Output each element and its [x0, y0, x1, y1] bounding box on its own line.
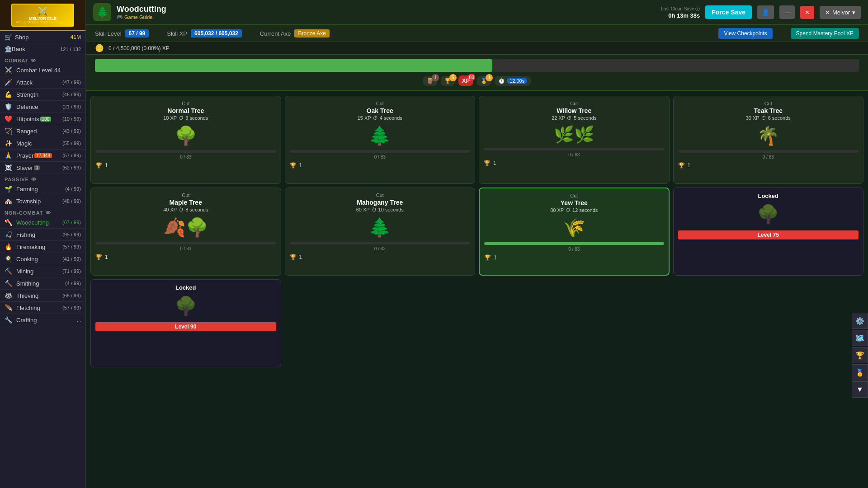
tree-card-locked-90[interactable]: Locked 🌳 Level 90 [90, 279, 281, 367]
yew-tree-action: Cut [570, 193, 578, 198]
activity-icon-trophy[interactable]: 🏆 5 [441, 76, 455, 86]
woodcutting-icon: 🪓 [5, 219, 14, 226]
tree-card-normal[interactable]: Cut Normal Tree 10 XP ⏱ 3 seconds 🌳 0 / … [90, 96, 281, 184]
tree-card-locked-75[interactable]: Locked 🌳 Level 75 [673, 188, 864, 276]
collapse-icon[interactable]: ▼ [852, 381, 868, 398]
oak-xp: 15 XP [358, 115, 371, 121]
sidebar-item-shop[interactable]: 🛒 Shop 41M [0, 31, 85, 43]
sidebar-item-bank[interactable]: 🏦 Bank 121 / 132 [0, 43, 85, 55]
prayer-level: (57 / 99) [62, 153, 81, 158]
sidebar-item-cooking[interactable]: 🍳 Cooking (41 / 99) [0, 253, 85, 265]
sidebar-item-hitpoints[interactable]: ❤️ Hitpoints 100 (10 / 99) [0, 113, 85, 125]
achievements-icon[interactable]: 🏆 [852, 347, 868, 363]
sidebar-item-strength[interactable]: 💪 Strength (46 / 99) [0, 89, 85, 101]
prayer-icon: 🙏 [5, 152, 14, 159]
sidebar-item-thieving[interactable]: 🦝 Thieving (68 / 99) [0, 290, 85, 302]
section-passive: PASSIVE 👁 [0, 174, 85, 183]
ranged-level: (43 / 99) [62, 128, 81, 134]
topbar: 🌲 Woodcutting 🎮 Game Guide Last Cloud Sa… [86, 0, 868, 25]
force-save-button[interactable]: Force Save [705, 5, 752, 19]
sidebar-item-ranged[interactable]: 🏹 Ranged (43 / 99) [0, 125, 85, 137]
woodcutting-level: (67 / 99) [62, 220, 81, 225]
teak-tree-name: Teak Tree [754, 107, 783, 114]
spend-mastery-button[interactable]: Spend Mastery Pool XP [791, 28, 859, 39]
tree-card-yew[interactable]: Cut Yew Tree 80 XP ⏱ 12 seconds 🌾 0 / 83… [479, 188, 670, 276]
sidebar-item-slayer[interactable]: ☠️ Slayer 0 (62 / 99) [0, 162, 85, 174]
close-button[interactable]: ✕ [800, 6, 814, 19]
yew-tree-xp-bar-fill [484, 242, 664, 245]
sidebar-item-smithing[interactable]: 🔨 Smithing (4 / 99) [0, 277, 85, 290]
fletching-icon: 🪶 [5, 304, 14, 311]
sidebar: ⚔️ MELVOR IDLE ATLAS OF DISCOVERY EXPANS… [0, 0, 86, 488]
attack-level: (47 / 99) [62, 80, 81, 85]
sidebar-item-magic[interactable]: ✨ Magic (55 / 99) [0, 137, 85, 150]
tree-card-oak[interactable]: Cut Oak Tree 15 XP ⏱ 4 seconds 🌲 0 / 83 … [285, 96, 476, 184]
skill-level-stat: Skill Level 67 / 99 [95, 29, 149, 38]
tree-card-willow[interactable]: Cut Willow Tree 22 XP ⏱ 5 seconds 🌿🌿 0 /… [479, 96, 670, 184]
user-menu-button[interactable]: ✕ Melvor ▾ [820, 6, 861, 19]
sidebar-item-defence[interactable]: 🛡️ Defence (21 / 99) [0, 101, 85, 113]
smithing-level: (4 / 99) [65, 281, 81, 286]
rewards-icon[interactable]: 🏅 [852, 364, 868, 380]
sidebar-item-mining[interactable]: ⛏️ Mining (71 / 99) [0, 265, 85, 277]
xp-bar-text: 0 / 4,500,000 (0.00%) XP [108, 45, 170, 52]
tree-card-teak[interactable]: Cut Teak Tree 30 XP ⏱ 6 seconds 🌴 0 / 83… [673, 96, 864, 184]
teak-tree-xp-bar [678, 150, 859, 153]
sidebar-item-woodcutting[interactable]: 🪓 Woodcutting (67 / 99) [0, 216, 85, 229]
passive-label: PASSIVE [5, 177, 29, 182]
current-axe-value: Bronze Axe [294, 29, 329, 38]
sidebar-item-township[interactable]: 🏘️ Township (48 / 99) [0, 195, 85, 207]
sidebar-item-farming[interactable]: 🌱 Farming (4 / 99) [0, 183, 85, 195]
normal-tree-xp-time: 10 XP ⏱ 3 seconds [163, 115, 208, 121]
magic-label: Magic [16, 140, 32, 147]
oak-tree-image: 🌲 [368, 125, 391, 146]
normal-tree-action: Cut [182, 101, 189, 106]
activity-icon-medal[interactable]: 🏅 1 [477, 76, 491, 86]
sidebar-item-crafting[interactable]: 🔧 Crafting ... [0, 314, 85, 326]
smithing-icon: 🔨 [5, 280, 14, 287]
tree-card-mahogany[interactable]: Cut Mahogany Tree 60 XP ⏱ 10 seconds 🌲 0… [285, 188, 476, 276]
settings-button[interactable]: 👤 [757, 5, 774, 19]
crafting-level: ... [77, 317, 81, 323]
noncombat-label: NON-COMBAT [5, 210, 43, 216]
sidebar-item-fletching[interactable]: 🪶 Fletching (57 / 99) [0, 302, 85, 314]
sidebar-item-attack[interactable]: 🗡️ Attack (47 / 99) [0, 76, 85, 89]
normal-tree-mastery: 🏆 1 [95, 162, 276, 169]
mahogany-xp: 60 XP [356, 207, 370, 212]
activity-icon-xp[interactable]: XP 80 [458, 75, 473, 86]
skill-xp-stat: Skill XP 605,032 / 605,032 [167, 29, 242, 38]
map-icon[interactable]: 🗺️ [852, 330, 868, 346]
view-checkpoints-button[interactable]: View Checkpoints [718, 28, 772, 39]
minus-button[interactable]: — [779, 5, 795, 19]
maple-tree-name: Maple Tree [170, 199, 202, 206]
noncombat-visibility-icon[interactable]: 👁 [46, 210, 51, 216]
sidebar-item-prayer[interactable]: 🙏 Prayer 17,848 (57 / 99) [0, 150, 85, 162]
settings-panel-icon[interactable]: ⚙️ [852, 313, 868, 329]
ranged-label: Ranged [16, 128, 37, 135]
tree-card-maple[interactable]: Cut Maple Tree 40 XP ⏱ 8 seconds 🍂🌳 0 / … [90, 188, 281, 276]
shop-label: Shop [15, 34, 28, 41]
sidebar-item-combat-level[interactable]: ⚔️ Combat Level 44 [0, 64, 85, 76]
oak-trophy-icon: 🏆 [290, 162, 297, 169]
combat-level-label: Combat Level 44 [16, 67, 61, 74]
willow-trophy-icon: 🏆 [484, 160, 491, 166]
activity-icon-log[interactable]: 🪵 1 [423, 76, 437, 86]
log-badge: 1 [432, 74, 439, 81]
section-combat: COMBAT 👁 [0, 55, 85, 64]
activity-icon-time[interactable]: ⏱️ 12.00s [495, 76, 531, 86]
normal-tree-name: Normal Tree [167, 107, 204, 114]
skill-name-block: Woodcutting 🎮 Game Guide [117, 5, 166, 20]
cooking-level: (41 / 99) [62, 256, 81, 262]
skill-guide[interactable]: 🎮 Game Guide [117, 14, 166, 20]
cloud-save-label: Last Cloud Save ⓘ [661, 6, 700, 12]
passive-visibility-icon[interactable]: 👁 [31, 177, 37, 182]
sidebar-item-firemaking[interactable]: 🔥 Firemaking (57 / 99) [0, 241, 85, 253]
logo: ⚔️ MELVOR IDLE ATLAS OF DISCOVERY EXPANS… [0, 0, 85, 31]
mahogany-tree-name: Mahogany Tree [357, 199, 403, 206]
sidebar-item-fishing[interactable]: 🎣 Fishing (95 / 99) [0, 229, 85, 241]
normal-trophy-icon: 🏆 [95, 162, 102, 169]
yew-clock-icon: ⏱ [566, 207, 571, 213]
combat-visibility-icon[interactable]: 👁 [31, 58, 36, 63]
section-noncombat: NON-COMBAT 👁 [0, 207, 85, 216]
normal-tree-progress: 0 / 83 [180, 155, 191, 160]
